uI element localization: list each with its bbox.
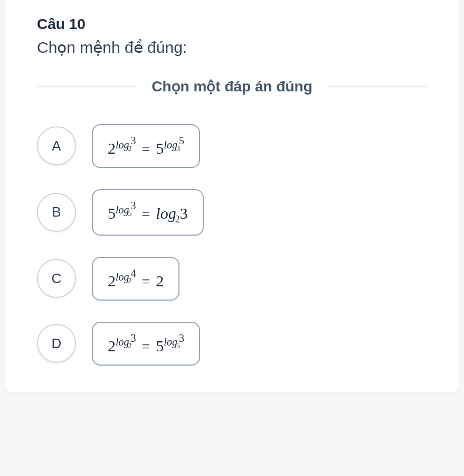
options-list: A 2log23 = 5log35 B 5log53 = log23 C 2lo…: [37, 124, 427, 366]
question-card: Câu 10 Chọn mệnh đề đúng: Chọn một đáp á…: [5, 0, 459, 392]
question-prompt: Chọn mệnh đề đúng:: [37, 38, 427, 57]
option-row-b: B 5log53 = log23: [37, 189, 427, 236]
option-letter-a[interactable]: A: [37, 126, 76, 165]
divider-line-left: [37, 86, 136, 87]
option-letter-d[interactable]: D: [37, 324, 76, 363]
divider-line-right: [328, 86, 427, 87]
formula-c: 2log24 = 2: [108, 267, 164, 290]
option-row-c: C 2log24 = 2: [37, 257, 427, 301]
formula-a: 2log23 = 5log35: [108, 135, 184, 157]
instruction-divider: Chọn một đáp án đúng: [37, 78, 427, 95]
formula-d: 2log23 = 5log53: [108, 332, 184, 355]
option-letter-b[interactable]: B: [37, 193, 76, 232]
formula-b: 5log53 = log23: [108, 200, 188, 225]
question-number: Câu 10: [37, 16, 427, 33]
option-row-a: A 2log23 = 5log35: [37, 124, 427, 168]
option-content-c[interactable]: 2log24 = 2: [92, 257, 179, 301]
option-row-d: D 2log23 = 5log53: [37, 322, 427, 366]
instruction-text: Chọn một đáp án đúng: [136, 78, 328, 95]
option-letter-c[interactable]: C: [37, 259, 76, 298]
option-content-d[interactable]: 2log23 = 5log53: [92, 322, 200, 366]
option-content-b[interactable]: 5log53 = log23: [92, 189, 204, 236]
option-content-a[interactable]: 2log23 = 5log35: [92, 124, 200, 168]
